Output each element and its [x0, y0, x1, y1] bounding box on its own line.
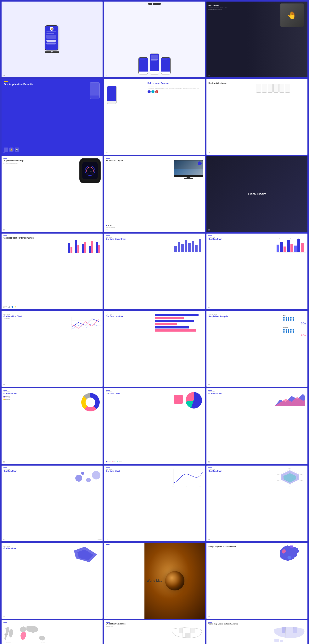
slide-number-20: 20 [106, 538, 108, 540]
svg-rect-16 [185, 240, 187, 252]
svg-point-43 [86, 478, 91, 482]
slide-16: Our Data Our Data Chart Value #1 Value #… [1, 388, 103, 464]
slide-number-1: 01 [3, 74, 5, 76]
svg-rect-14 [178, 242, 180, 252]
svg-rect-8 [89, 246, 91, 253]
svg-text:S2: S2 [186, 486, 187, 487]
svg-text:Cat3: Cat3 [301, 480, 303, 481]
svg-rect-11 [98, 245, 100, 253]
svg-text:1st Million: 1st Million [41, 642, 45, 643]
slide-4: Our Application Benefits 📍 🔔 💬 04 [1, 79, 103, 155]
slide-number-22: 22 [3, 616, 5, 618]
svg-rect-6 [82, 244, 84, 253]
svg-rect-7 [84, 242, 86, 253]
slide-number-2: 02 [106, 74, 108, 76]
slide-17: Our Data Our Data Chart Value 1 Value 2 … [104, 388, 205, 464]
slide-26: World Map United States Subtitle Here 26 [104, 620, 205, 644]
usa-detail-title: World map United states of America [208, 623, 252, 625]
europe-title: Europe Adjusted Population Size [208, 546, 247, 548]
svg-text:S3: S3 [200, 486, 201, 487]
svg-rect-27 [294, 246, 297, 252]
svg-rect-77 [280, 640, 283, 642]
svg-rect-13 [174, 246, 177, 252]
svg-point-45 [81, 472, 84, 475]
slide-number-14: 14 [106, 384, 108, 386]
svg-rect-72 [185, 633, 190, 638]
slide-27: World map United states of America 27 [206, 620, 308, 644]
slide-24: Europe Adjusted Population Size 24 [206, 543, 308, 619]
slide-number-18: 18 [208, 461, 210, 463]
svg-text:Cat1: Cat1 [289, 468, 291, 469]
svg-rect-25 [287, 240, 290, 252]
slide-number-5: 05 [106, 152, 108, 154]
slide-14: Our Data Our Data Line Chart 14 [104, 311, 205, 387]
slide-number-15: 15 [208, 384, 210, 386]
slide-number-6: 06 [208, 152, 210, 154]
svg-rect-15 [181, 244, 184, 252]
svg-rect-10 [96, 242, 98, 253]
slide-number-12: 12 [208, 306, 210, 308]
slides-grid: 📦 01 [0, 0, 309, 644]
slide-number-24: 24 [208, 616, 210, 618]
slide-number-16: 16 [3, 461, 5, 463]
us-map-title: World Map United States [106, 623, 150, 625]
slide-10: Statistics from our target markets [1, 234, 103, 309]
slide-5: Delivery app Concept Write Subtitle here… [104, 79, 205, 155]
slide-19: Our Data Our Data Chart Y-Values 19 [1, 466, 103, 541]
svg-text:Cat2: Cat2 [301, 474, 303, 475]
svg-rect-76 [275, 639, 279, 642]
svg-rect-5 [77, 245, 79, 253]
svg-point-42 [75, 475, 82, 482]
benefits-title: Our Application Benefits [4, 83, 100, 86]
slide-18: Our Data Our Data Chart 18 [206, 388, 308, 464]
slide-25: 2nd Million 1st Million Exhibition 25 [1, 620, 103, 644]
slide-number-4: 04 [3, 152, 5, 154]
slide-23: World Map 23 [104, 543, 205, 619]
svg-text:Cat6: Cat6 [277, 474, 280, 475]
slide-2: 02 [104, 2, 205, 77]
slide-number-8: 08 [106, 229, 108, 231]
svg-text:Category 1: Category 1 [277, 238, 282, 238]
slide-1: 📦 01 [1, 2, 103, 77]
svg-rect-2 [68, 243, 70, 253]
svg-rect-24 [284, 246, 286, 252]
slide-number-9: 09 [208, 229, 210, 231]
slide-number-19: 19 [3, 538, 5, 540]
svg-rect-22 [277, 244, 279, 252]
slide-number-10: 10 [3, 306, 5, 308]
svg-text:Category 2: Category 2 [286, 238, 292, 238]
svg-rect-70 [179, 628, 183, 633]
svg-rect-17 [188, 243, 191, 252]
slide-number-23: 23 [106, 616, 108, 618]
slide-6: Design Wireframe 06 [206, 79, 308, 155]
slide-15: Simply Data Simply Data Analysis Men 👤👤👤… [206, 311, 308, 387]
svg-text:Exhibition: Exhibition [4, 634, 8, 635]
slide-number-11: 11 [106, 306, 108, 308]
svg-text:Cat5: Cat5 [277, 480, 280, 481]
svg-rect-28 [298, 239, 300, 252]
slide-11: Our Data Our Data Stock Chart 11 [104, 234, 205, 309]
svg-rect-9 [91, 241, 93, 253]
slide-number-21: 21 [208, 538, 210, 540]
slide-7: Apple iWatch Mockup Animation section te… [1, 156, 103, 232]
svg-rect-26 [291, 244, 293, 252]
worldmap-title: World Map [147, 579, 162, 582]
delivery-title: Delivery app Concept [148, 82, 203, 84]
slide-8: Tv Mockup Layout 4K ultra Description te… [104, 156, 205, 232]
svg-rect-19 [195, 245, 198, 252]
svg-text:Cat4: Cat4 [289, 486, 291, 487]
svg-rect-29 [301, 243, 304, 252]
svg-text:2nd Million: 2nd Million [6, 642, 11, 643]
slide-22: Our Data Our Data Chart 22 [1, 543, 103, 619]
slide-20: Our Data Our Data Chart S1 S2 S3 20 [104, 466, 205, 541]
svg-rect-18 [192, 241, 194, 252]
svg-rect-4 [75, 240, 77, 253]
svg-rect-3 [70, 247, 72, 253]
slide-3: UIUX Design Appearance provides spaces a… [206, 2, 308, 77]
svg-point-44 [92, 471, 100, 480]
slide-number-17: 17 [106, 461, 108, 463]
slide-number-7: 07 [3, 229, 5, 231]
statistics-title: Statistics from our target markets [3, 237, 47, 239]
svg-rect-23 [280, 242, 283, 252]
slide-number-3: 03 [208, 74, 210, 76]
